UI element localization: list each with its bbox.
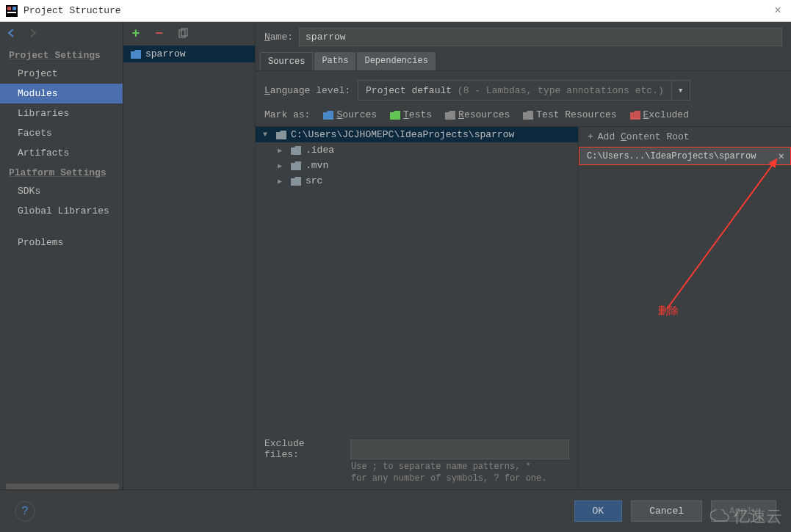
tree-expand-icon[interactable]: ▼ [263,131,272,139]
add-module-icon[interactable]: + [129,27,142,40]
scrollbar[interactable] [6,484,119,489]
nav-item-global-libraries[interactable]: Global Libraries [0,201,123,221]
nav-item-sdks[interactable]: SDKs [0,181,123,201]
nav-heading-project-settings: Project Settings [0,45,123,64]
language-level-select[interactable]: Project default (8 - Lambdas, type annot… [358,80,690,101]
folder-icon [291,161,301,170]
name-input[interactable] [299,28,782,46]
remove-module-icon[interactable]: − [153,27,166,40]
tree-item-label: src [306,175,322,186]
exclude-files-label: Exclude files: [264,438,344,460]
exclude-files-input[interactable] [350,440,569,459]
tree-item[interactable]: ▶ src [256,173,578,189]
module-folder-icon [131,50,141,59]
nav-item-artifacts[interactable]: Artifacts [0,143,123,163]
svg-rect-1 [7,7,11,10]
annotation-text: 删除 [658,305,679,318]
svg-line-6 [667,158,777,309]
app-icon [6,5,18,17]
apply-button[interactable]: Apply [711,500,776,522]
tab-sources[interactable]: Sources [260,52,313,70]
tree-item[interactable]: ▶ .idea [256,142,578,158]
language-level-label: Language level: [264,85,350,96]
help-button[interactable]: ? [15,501,35,522]
name-label: Name: [264,32,293,43]
ok-button[interactable]: OK [574,500,623,522]
language-level-suffix: (8 - Lambdas, type annotations etc.) [458,85,664,96]
content-roots-panel: + Add Content Root C:\Users...\IdeaProje… [578,127,791,489]
mark-excluded[interactable]: Excluded [630,109,689,120]
titlebar: Project Structure × [0,0,791,22]
nav-item-facets[interactable]: Facets [0,123,123,143]
mark-resources[interactable]: Resources [445,109,510,120]
annotation-arrow [660,155,784,316]
exclude-hint: for any number of symbols, ? for one. [256,473,578,489]
content-root-row[interactable]: C:\Users...\IdeaProjects\sparrow ✕ [579,147,791,165]
tree-item[interactable]: ▶ .mvn [256,158,578,173]
copy-module-icon[interactable] [176,27,189,40]
module-label: sparrow [145,48,186,59]
footer: ? OK Cancel Apply [0,489,791,532]
mark-test-resources[interactable]: Test Resources [523,109,616,120]
main-panel: Name: Sources Paths Dependencies Languag… [256,22,791,489]
folder-icon [291,146,301,155]
chevron-down-icon: ▾ [671,81,690,100]
tree-expand-icon[interactable]: ▶ [278,161,286,170]
folder-icon [291,177,301,186]
tree-expand-icon[interactable]: ▶ [278,177,286,186]
nav-item-problems[interactable]: Problems [0,233,123,252]
project-structure-window: Project Structure × Project Settings Pro… [0,0,791,532]
language-level-value: Project default [366,85,458,96]
plus-icon: + [588,131,593,142]
module-item[interactable]: sparrow [123,45,255,62]
tree-root[interactable]: ▼ C:\Users\JCJHOMEPC\IdeaProjects\sparro… [256,127,578,142]
remove-content-root-icon[interactable]: ✕ [776,150,787,162]
folder-icon [276,131,286,139]
left-nav: Project Settings Project Modules Librari… [0,22,123,489]
mark-tests[interactable]: Tests [390,109,432,120]
forward-icon[interactable] [26,27,40,40]
svg-rect-3 [7,12,16,13]
add-content-root-button[interactable]: + Add Content Root [579,127,791,147]
module-list: + − sparrow [123,22,256,489]
close-icon[interactable]: × [770,4,785,18]
nav-item-project[interactable]: Project [0,64,123,84]
mark-as-label: Mark as: [264,109,310,120]
nav-item-libraries[interactable]: Libraries [0,103,123,123]
tree-item-label: .idea [306,145,334,156]
nav-item-modules[interactable]: Modules [0,84,123,103]
content-root-path: C:\Users...\IdeaProjects\sparrow [587,151,756,161]
nav-heading-platform-settings: Platform Settings [0,163,123,181]
window-title: Project Structure [24,5,121,16]
tab-paths[interactable]: Paths [314,52,355,70]
folder-tree: ▼ C:\Users\JCJHOMEPC\IdeaProjects\sparro… [256,127,578,489]
mark-sources[interactable]: Sources [323,109,377,120]
svg-rect-2 [12,7,16,10]
tree-expand-icon[interactable]: ▶ [278,146,286,155]
back-icon[interactable] [6,27,19,40]
cancel-button[interactable]: Cancel [631,500,702,522]
tree-item-label: .mvn [306,160,328,171]
tab-dependencies[interactable]: Dependencies [357,52,435,70]
exclude-hint: Use ; to separate name patterns, * [256,462,578,473]
tree-root-label: C:\Users\JCJHOMEPC\IdeaProjects\sparrow [291,129,514,140]
